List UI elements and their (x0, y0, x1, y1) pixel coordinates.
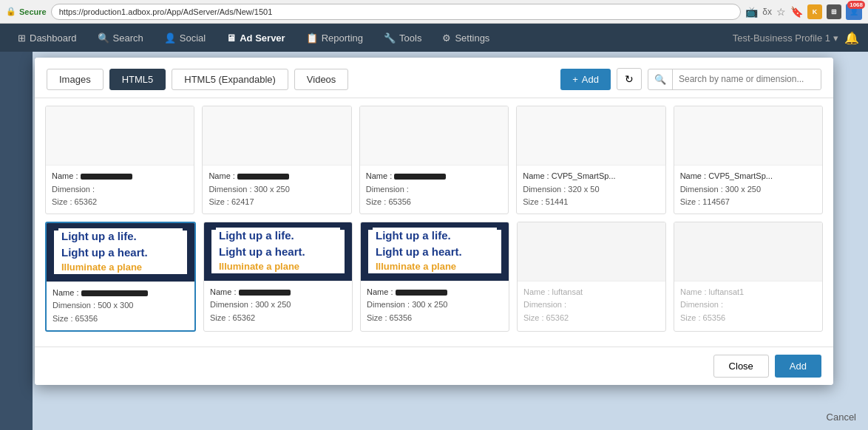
card-name: Name : CVP5_SmartSp... (680, 170, 816, 183)
cancel-label[interactable]: Cancel (827, 412, 856, 423)
nav-adserver[interactable]: 🖥 Ad Server (217, 28, 294, 48)
modal-dialog: Images HTML5 HTML5 (Expandable) Videos +… (35, 58, 833, 385)
grid-card[interactable]: Name : Dimension : Size : 65356 (359, 106, 509, 214)
modal-footer: Close Add (35, 347, 833, 385)
grid-card[interactable]: Light up a life. Light up a heart. Illum… (203, 222, 353, 332)
card-info: Name : CVP5_SmartSp... Dimension : 320 x… (517, 165, 665, 214)
card-info: Name : luftansat1 Dimension : Size : 653… (674, 281, 822, 330)
search-nav-icon: 🔍 (98, 33, 109, 44)
browser-bar: 🔒 Secure https://production1.adbox.pro/A… (0, 0, 868, 24)
tab-videos[interactable]: Videos (294, 69, 349, 90)
card-name: Name : luftansat (523, 286, 660, 299)
card-info: Name : luftansat Dimension : Size : 6536… (518, 281, 665, 330)
adserver-icon: 🖥 (226, 33, 236, 44)
sidebar-strip (0, 52, 33, 430)
nav-search[interactable]: 🔍 Search (89, 28, 152, 48)
card-preview-empty (518, 222, 665, 281)
card-preview (674, 106, 822, 165)
card-info: Name : Dimension : 300 x 250 Size : 6241… (203, 165, 350, 214)
nav-dashboard[interactable]: ⊞ Dashboard (9, 28, 86, 48)
modal-grid: Name : Dimension : Size : 65362 Name : D… (35, 98, 833, 347)
card-info: Name : Dimension : 300 x 250 Size : 6536… (204, 281, 352, 330)
tab-images[interactable]: Images (47, 69, 104, 90)
secure-badge: 🔒 Secure (6, 7, 47, 16)
search-wrap: 🔍 (648, 69, 821, 90)
grid-card[interactable]: Name : Dimension : 300 x 250 Size : 6241… (202, 106, 351, 214)
nav-tools[interactable]: 🔧 Tools (375, 28, 430, 48)
url-bar[interactable]: https://production1.adbox.pro/App/AdServ… (51, 4, 742, 20)
card-preview (203, 106, 350, 165)
ad-inner: Light up a life. Light up a heart. Illum… (54, 231, 187, 274)
grid-card[interactable]: Name : Dimension : Size : 65362 (45, 106, 194, 214)
ad-inner: Light up a life. Light up a heart. Illum… (368, 230, 501, 273)
bookmark-icon[interactable]: 🔖 (790, 6, 803, 18)
grid-card-empty[interactable]: Name : luftansat1 Dimension : Size : 653… (674, 222, 823, 332)
close-button[interactable]: Close (713, 355, 769, 378)
plus-icon: + (572, 74, 578, 85)
grid-card-empty[interactable]: Name : luftansat Dimension : Size : 6536… (517, 222, 666, 332)
grid-card[interactable]: Name : CVP5_SmartSp... Dimension : 320 x… (516, 106, 665, 214)
nav-social[interactable]: 👤 Social (155, 28, 214, 48)
card-preview-empty (674, 222, 822, 281)
cast-icon[interactable]: 📺 (745, 6, 758, 18)
grid-row-1: Name : Dimension : Size : 65362 Name : D… (45, 106, 823, 214)
ad-inner: Light up a life. Light up a heart. Illum… (211, 230, 345, 273)
search-icon[interactable]: 🔍 (648, 69, 673, 89)
notif-count: 1068 (847, 1, 865, 9)
nav-reporting[interactable]: 📋 Reporting (297, 28, 372, 48)
card-name: Name : CVP5_SmartSp... (523, 170, 659, 183)
card-name: Name : (52, 170, 188, 183)
card-preview (360, 106, 508, 165)
search-input[interactable] (673, 69, 821, 89)
page-wrapper: 🔒 Secure https://production1.adbox.pro/A… (0, 0, 868, 430)
card-preview-ad: Light up a life. Light up a heart. Illum… (361, 222, 509, 281)
lock-icon: 🔒 (6, 7, 16, 16)
tools-icon: 🔧 (384, 33, 396, 44)
card-preview-ad: Light up a life. Light up a heart. Illum… (47, 223, 194, 282)
refresh-button[interactable]: ↻ (617, 68, 642, 90)
card-info: Name : Dimension : 500 x 300 Size : 6535… (47, 282, 194, 330)
social-icon: 👤 (164, 33, 176, 44)
card-info: Name : Dimension : Size : 65356 (360, 165, 508, 214)
settings-icon: ⚙ (442, 33, 451, 44)
nav-bar: ⊞ Dashboard 🔍 Search 👤 Social 🖥 Ad Serve… (0, 24, 868, 52)
card-info: Name : Dimension : 300 x 250 Size : 6535… (361, 281, 509, 330)
ext-grid-icon[interactable]: ⊞ (827, 4, 841, 19)
bell-icon[interactable]: 🔔 (844, 31, 859, 45)
modal-toolbar: Images HTML5 HTML5 (Expandable) Videos +… (35, 58, 833, 98)
card-name: Name : (210, 286, 346, 299)
tab-html5-expandable[interactable]: HTML5 (Expandable) (172, 69, 288, 90)
profile-button[interactable]: Test-Business Profile 1 ▾ (733, 33, 838, 44)
delta-icon[interactable]: δx (762, 7, 772, 17)
nav-settings[interactable]: ⚙ Settings (433, 28, 498, 48)
nav-right: Test-Business Profile 1 ▾ 🔔 (733, 31, 859, 45)
card-name: Name : (208, 170, 345, 183)
card-name: Name : luftansat1 (680, 286, 816, 299)
browser-icons: 📺 δx ☆ 🔖 K ⊞ 👤 1068 (745, 4, 862, 20)
grid-card[interactable]: Name : CVP5_SmartSp... Dimension : 300 x… (674, 106, 823, 214)
ext-badge-icon[interactable]: 👤 1068 (846, 4, 862, 20)
modal-add-button[interactable]: Add (775, 355, 821, 378)
star-icon[interactable]: ☆ (776, 6, 786, 18)
grid-card[interactable]: Light up a life. Light up a heart. Illum… (360, 222, 509, 332)
card-info: Name : Dimension : Size : 65362 (46, 165, 194, 214)
card-name: Name : (367, 286, 503, 299)
reporting-icon: 📋 (306, 33, 318, 44)
dashboard-icon: ⊞ (18, 33, 26, 44)
chevron-down-icon: ▾ (833, 33, 838, 44)
add-button[interactable]: + Add (560, 69, 611, 90)
ext-k-icon[interactable]: K (807, 4, 822, 19)
card-name: Name : (366, 170, 502, 183)
tab-html5[interactable]: HTML5 (109, 69, 166, 90)
grid-card-selected[interactable]: Light up a life. Light up a heart. Illum… (45, 222, 196, 332)
card-preview (517, 106, 665, 165)
card-preview-ad: Light up a life. Light up a heart. Illum… (204, 222, 352, 281)
grid-row-2: Light up a life. Light up a heart. Illum… (45, 222, 823, 332)
card-preview (46, 106, 194, 165)
card-name: Name : (52, 287, 189, 300)
main-area: Images HTML5 HTML5 (Expandable) Videos +… (0, 52, 868, 430)
card-info: Name : CVP5_SmartSp... Dimension : 300 x… (674, 165, 822, 214)
